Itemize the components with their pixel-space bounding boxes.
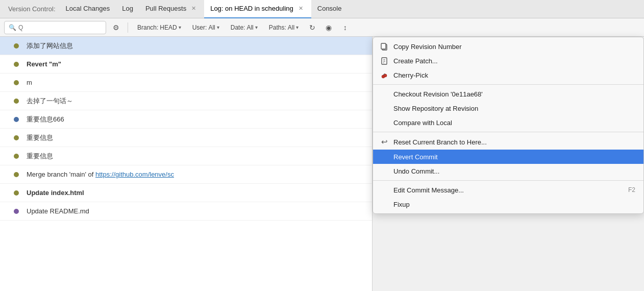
commit-text-10: Update README.md	[22, 207, 366, 215]
toolbar: 🔍 ⚙ Branch: HEAD ▾ User: All ▾ Date: All…	[0, 18, 644, 37]
commit-dot-5	[14, 117, 19, 122]
dot-area-3	[10, 80, 22, 85]
commit-item-9[interactable]: Update index.html	[0, 184, 372, 202]
menu-item-edit-message[interactable]: Edit Commit Message... F2	[373, 183, 643, 197]
menu-item-cherry-pick[interactable]: Cherry-Pick	[373, 68, 643, 82]
commit-text-1: 添加了网站信息	[22, 41, 366, 51]
commit-text-8: Merge branch 'main' of https://github.co…	[22, 171, 366, 178]
menu-item-show-repository[interactable]: Show Repository at Revision	[373, 101, 643, 115]
commit-dot-8	[14, 172, 19, 177]
commit-item-4[interactable]: 去掉了一句话～	[0, 92, 372, 110]
branch-filter-label: Branch:	[137, 24, 158, 31]
create-patch-icon	[379, 57, 389, 65]
tab-local-changes[interactable]: Local Changes	[60, 0, 116, 18]
user-filter[interactable]: User: All ▾	[188, 21, 224, 34]
branch-filter-arrow: ▾	[179, 25, 181, 30]
commit-dot-10	[14, 209, 19, 214]
svg-rect-1	[381, 43, 386, 49]
tab-local-changes-label: Local Changes	[66, 5, 110, 12]
copy-revision-icon	[379, 42, 389, 51]
commit-text-5: 重要信息666	[22, 115, 366, 124]
commit-dot-9	[14, 190, 19, 196]
tab-pull-requests[interactable]: Pull Requests ✕	[139, 0, 204, 18]
menu-item-show-repository-label: Show Repository at Revision	[393, 105, 478, 112]
commit-item-3[interactable]: m	[0, 74, 372, 92]
dot-area-5	[10, 117, 22, 122]
paths-filter-value: All	[288, 24, 294, 31]
date-filter-value: All	[246, 24, 253, 31]
commit-item-5[interactable]: 重要信息666	[0, 110, 372, 129]
menu-item-compare-local-label: Compare with Local	[393, 119, 452, 127]
commit-item-2[interactable]: Revert "m"	[0, 55, 372, 74]
menu-item-undo-commit[interactable]: Undo Commit...	[373, 164, 643, 178]
search-input[interactable]	[18, 24, 100, 31]
commit-link-8[interactable]: https://github.com/lenve/sc	[95, 171, 174, 178]
commit-text-3: m	[22, 79, 366, 86]
commit-dot-1	[14, 43, 19, 48]
tab-log[interactable]: Log	[116, 0, 139, 18]
settings-button[interactable]: ⚙	[109, 21, 122, 34]
commit-dot-3	[14, 80, 19, 85]
menu-item-create-patch-label: Create Patch...	[393, 57, 438, 65]
menu-item-undo-commit-label: Undo Commit...	[393, 167, 439, 175]
user-filter-label: User:	[192, 24, 207, 31]
menu-item-create-patch[interactable]: Create Patch...	[373, 54, 643, 68]
menu-item-fixup-label: Fixup	[393, 201, 410, 208]
paths-filter-arrow: ▾	[296, 25, 299, 30]
commit-item-10[interactable]: Update README.md	[0, 202, 372, 221]
menu-item-revert-commit-label: Revert Commit	[393, 153, 438, 161]
reset-branch-icon: ↩	[379, 137, 389, 147]
sort-button[interactable]: ↕	[338, 21, 352, 34]
commit-dot-2	[14, 62, 19, 67]
dot-area-4	[10, 99, 22, 104]
tab-console[interactable]: Console	[311, 0, 348, 18]
branch-filter[interactable]: Branch: HEAD ▾	[133, 21, 185, 34]
menu-separator-3	[373, 180, 643, 181]
date-filter-arrow: ▾	[255, 25, 258, 30]
commit-item-6[interactable]: 重要信息	[0, 129, 372, 147]
commit-list: 添加了网站信息 Revert "m" m 去掉了一句话～ 重要信息666	[0, 37, 373, 291]
dot-area-1	[10, 43, 22, 48]
paths-filter-label: Paths:	[269, 24, 286, 31]
dot-area-6	[10, 135, 22, 140]
user-filter-value: All	[208, 24, 215, 31]
refresh-button[interactable]: ↻	[306, 21, 319, 34]
commit-item-8[interactable]: Merge branch 'main' of https://github.co…	[0, 165, 372, 184]
tab-log-head-close[interactable]: ✕	[296, 4, 305, 13]
tab-log-head[interactable]: Log: on HEAD in scheduling ✕	[204, 0, 311, 18]
edit-message-shortcut: F2	[628, 186, 635, 193]
tab-pull-requests-close[interactable]: ✕	[189, 4, 198, 13]
commit-text-9: Update index.html	[22, 189, 366, 197]
tab-pull-requests-label: Pull Requests	[145, 5, 186, 12]
commit-item-1[interactable]: 添加了网站信息	[0, 37, 372, 55]
commit-text-6: 重要信息	[22, 133, 366, 142]
menu-item-copy-revision-label: Copy Revision Number	[393, 43, 462, 51]
menu-item-copy-revision[interactable]: Copy Revision Number	[373, 39, 643, 54]
dot-area-7	[10, 154, 22, 159]
search-icon: 🔍	[9, 24, 16, 31]
menu-item-compare-local[interactable]: Compare with Local	[373, 115, 643, 130]
dot-area-10	[10, 209, 22, 214]
dot-area-2	[10, 62, 22, 67]
main-area: 添加了网站信息 Revert "m" m 去掉了一句话～ 重要信息666	[0, 37, 644, 291]
menu-item-fixup[interactable]: Fixup	[373, 197, 643, 211]
menu-item-reset-branch-label: Reset Current Branch to Here...	[393, 138, 487, 146]
menu-item-revert-commit[interactable]: Revert Commit	[373, 150, 643, 164]
user-filter-arrow: ▾	[217, 25, 219, 30]
date-filter[interactable]: Date: All ▾	[227, 21, 262, 34]
version-control-label: Version Control:	[4, 5, 60, 13]
paths-filter[interactable]: Paths: All ▾	[265, 21, 303, 34]
toolbar-separator-1	[128, 22, 128, 33]
graph-button[interactable]: ◉	[322, 21, 335, 34]
tab-bar: Version Control: Local Changes Log Pull …	[0, 0, 644, 18]
menu-item-edit-message-label: Edit Commit Message...	[393, 186, 464, 194]
tab-log-label: Log	[122, 5, 133, 12]
tab-log-head-label: Log: on HEAD in scheduling	[210, 5, 293, 12]
menu-item-checkout-revision[interactable]: Checkout Revision '0e11ae68'	[373, 87, 643, 101]
search-box[interactable]: 🔍	[4, 21, 106, 34]
commit-text-7: 重要信息	[22, 152, 366, 161]
branch-filter-value: HEAD	[160, 24, 177, 31]
menu-item-cherry-pick-label: Cherry-Pick	[393, 71, 428, 79]
commit-item-7[interactable]: 重要信息	[0, 147, 372, 165]
menu-item-reset-branch[interactable]: ↩ Reset Current Branch to Here...	[373, 134, 643, 150]
